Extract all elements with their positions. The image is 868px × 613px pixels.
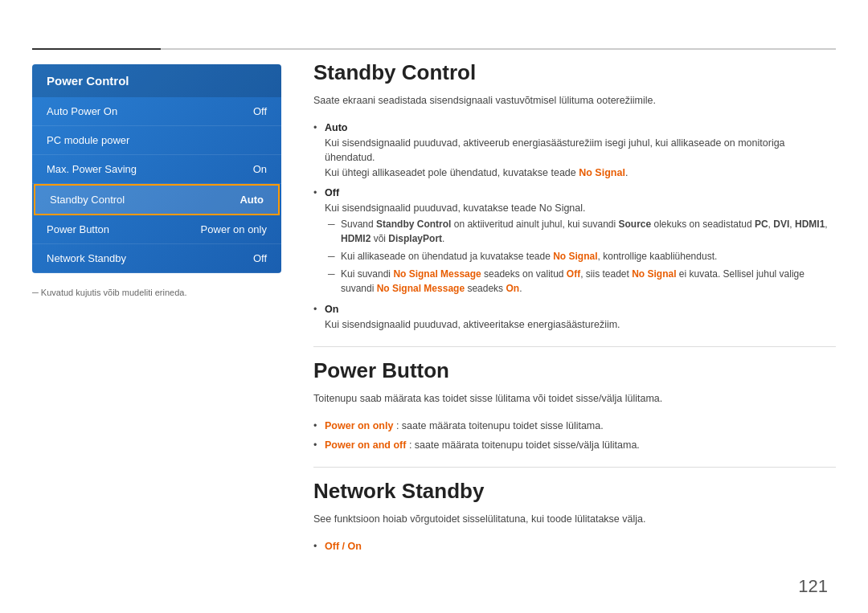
- top-line-accent: [32, 48, 161, 50]
- section-divider: [313, 467, 836, 468]
- bullet-list-network-standby: Off / On: [313, 537, 836, 557]
- section-network-standby: Network StandbySee funktsioon hoiab võrg…: [313, 479, 836, 557]
- section-intro-network-standby: See funktsioon hoiab võrgutoidet sisselü…: [313, 512, 836, 527]
- menu-item-3[interactable]: Standby Control Auto: [34, 184, 280, 215]
- menu-item-value: Power on only: [201, 223, 267, 235]
- bullet-item-1-1: Power on and off : saate määrata toitenu…: [313, 435, 836, 456]
- page-number: 121: [798, 576, 828, 597]
- menu-item-value: Off: [253, 105, 267, 117]
- menu-item-value: Auto: [240, 194, 264, 206]
- section-power-button: Power ButtonToitenupu saab määrata kas t…: [313, 358, 836, 468]
- bullet-label-orange: Power on only: [325, 420, 393, 431]
- bullet-list-power-button: Power on only : saate määrata toitenupu …: [313, 416, 836, 456]
- bullet-suffix: : saate määrata toitenupu toidet sisse l…: [396, 420, 604, 431]
- menu-item-5[interactable]: Network Standby Off: [32, 244, 281, 273]
- section-intro-power-button: Toitenupu saab määrata kas toidet sisse …: [313, 391, 836, 407]
- bullet-label: Auto: [325, 122, 347, 133]
- section-standby-control: Standby ControlSaate ekraani seadistada …: [313, 60, 836, 347]
- bullet-label-orange: Off / On: [325, 541, 362, 552]
- menu-item-label: Auto Power On: [47, 105, 117, 117]
- left-panel: Power Control Auto Power On OffPC module…: [32, 64, 281, 297]
- menu-item-label: Power Button: [47, 223, 109, 235]
- footnote: Kuvatud kujutis võib mudeliti erineda.: [32, 288, 281, 297]
- menu-item-label: Max. Power Saving: [47, 163, 137, 175]
- menu-item-label: Standby Control: [50, 194, 125, 206]
- dash-item-0-1-0: Suvand Standby Control on aktiiveritud a…: [325, 215, 836, 247]
- bullet-item-0-2: OnKui sisendsignaalid puuduvad, aktiveer…: [313, 300, 836, 335]
- menu-item-value: Off: [253, 252, 267, 264]
- section-intro-standby-control: Saate ekraani seadistada sisendsignaali …: [313, 93, 836, 108]
- right-content: Standby ControlSaate ekraani seadistada …: [313, 60, 836, 563]
- menu-item-4[interactable]: Power Button Power on only: [32, 215, 281, 244]
- menu-item-label: PC module power: [47, 134, 129, 146]
- section-title-network-standby: Network Standby: [313, 479, 836, 504]
- bullet-subdesc: Kui ühtegi allikaseadet pole ühendatud, …: [325, 167, 628, 178]
- bullet-item-2-0: Off / On: [313, 537, 836, 557]
- bullet-desc: Kui sisendsignaalid puuduvad, aktiveerub…: [325, 137, 785, 164]
- bullet-desc: Kui sisendsignaalid puuduvad, aktiveerit…: [325, 319, 620, 330]
- menu-item-label: Network Standby: [47, 252, 126, 264]
- bullet-suffix: : saate määrata toitenupu toidet sisse/v…: [409, 439, 640, 451]
- section-title-standby-control: Standby Control: [313, 60, 836, 85]
- bullet-label: On: [325, 304, 338, 315]
- bullet-label: Off: [325, 187, 339, 198]
- section-divider: [313, 346, 836, 347]
- dash-item-0-1-2: Kui suvandi No Signal Message seadeks on…: [325, 265, 836, 297]
- bullet-label-orange: Power on and off: [325, 439, 406, 451]
- menu-item-2[interactable]: Max. Power Saving On: [32, 155, 281, 184]
- menu-item-value: On: [253, 163, 267, 175]
- menu-box: Power Control Auto Power On OffPC module…: [32, 64, 281, 273]
- menu-item-1[interactable]: PC module power: [32, 126, 281, 155]
- bullet-desc: Kui sisendsignaalid puuduvad, kuvatakse …: [325, 202, 586, 214]
- bullet-item-1-0: Power on only : saate määrata toitenupu …: [313, 416, 836, 436]
- section-title-power-button: Power Button: [313, 358, 836, 383]
- bullet-list-standby-control: AutoKui sisendsignaalid puuduvad, aktive…: [313, 118, 836, 335]
- menu-title: Power Control: [32, 64, 281, 97]
- dash-item-0-1-1: Kui allikaseade on ühendatud ja kuvataks…: [325, 247, 836, 265]
- bullet-item-0-1: OffKui sisendsignaalid puuduvad, kuvatak…: [313, 183, 836, 300]
- menu-item-0[interactable]: Auto Power On Off: [32, 97, 281, 126]
- bullet-item-0-0: AutoKui sisendsignaalid puuduvad, aktive…: [313, 118, 836, 183]
